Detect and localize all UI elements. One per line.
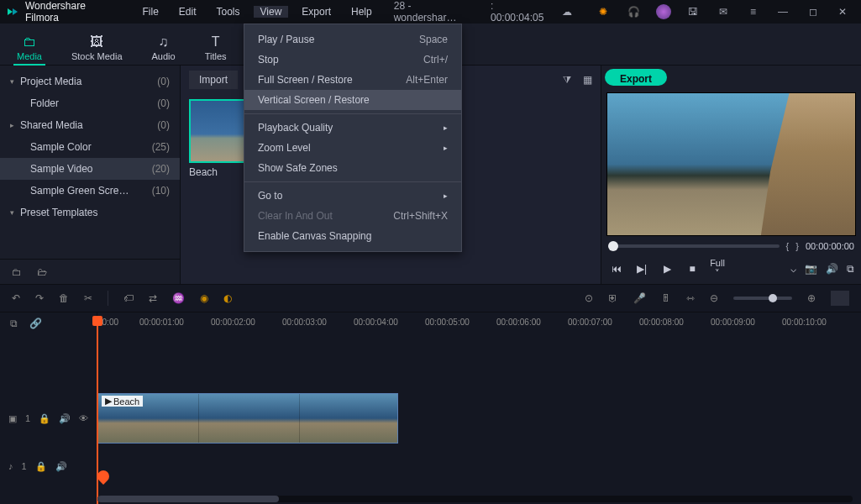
timeline-ruler[interactable]: 00:00 00:00:01:00 00:00:02:00 00:00:03:0…	[97, 318, 861, 341]
copy-icon[interactable]: ⧉	[10, 318, 18, 329]
mixer-icon[interactable]: 🎚	[661, 292, 671, 304]
sidebar-bottom-bar: 🗀 🗁	[0, 259, 180, 284]
zoom-out-icon[interactable]: ⊖	[710, 292, 718, 304]
play-icon[interactable]: ▶	[659, 263, 675, 275]
preview-panel: Export { } 00:00:00:00 ⏮ ▶| ▶ ■ Full ˅ ⌵…	[601, 66, 861, 284]
video-track[interactable]: ▶Beach	[97, 393, 861, 444]
tab-audio[interactable]: ♫ Audio	[152, 31, 176, 65]
sidebar-item-preset-templates[interactable]: ▾Preset Templates	[0, 202, 180, 223]
video-track-head: ▣1 🔒 🔊 👁	[0, 393, 97, 444]
marker-icon-tb[interactable]: ⊙	[585, 292, 593, 304]
popout-icon[interactable]: ⧉	[847, 263, 854, 275]
tab-stock-media[interactable]: 🖼 Stock Media	[71, 31, 123, 65]
track-lock-icon[interactable]: 🔒	[39, 413, 50, 424]
sidebar-item-sample-color[interactable]: Sample Color(25)	[0, 136, 180, 158]
close-icon[interactable]: ✕	[831, 2, 854, 22]
display-settings-icon[interactable]: ⌵	[790, 263, 796, 275]
track-settings-icon[interactable]	[831, 291, 849, 306]
sidebar-item-sample-video[interactable]: Sample Video(20)	[0, 158, 180, 180]
track-lock-icon[interactable]: 🔒	[35, 461, 47, 472]
menu-goto[interactable]: Go to▸	[244, 186, 461, 206]
account-icon[interactable]	[652, 2, 675, 22]
menu-stop[interactable]: StopCtrl+/	[244, 50, 461, 70]
minimize-icon[interactable]: —	[771, 2, 795, 22]
cloud-icon[interactable]: ☁	[555, 2, 579, 22]
audio-track[interactable]	[97, 455, 861, 477]
track-mute-icon[interactable]: 🔊	[59, 413, 71, 424]
tab-titles[interactable]: T Titles	[205, 31, 227, 65]
export-button[interactable]: Export	[605, 69, 667, 86]
undo-icon[interactable]: ↶	[12, 292, 20, 304]
volume-icon[interactable]: 🔊	[826, 263, 838, 275]
track-mute-icon[interactable]: 🔊	[55, 461, 67, 472]
mark-out-icon[interactable]: }	[795, 241, 799, 251]
quality-dropdown[interactable]: Full ˅	[709, 258, 726, 279]
timeline: ⧉ 🔗 00:00 00:00:01:00 00:00:02:00 00:00:…	[0, 312, 861, 504]
timeline-toolbar: ↶ ↷ 🗑 ✂ 🏷 ⇄ ♒ ◉ ◐ ⊙ ⛨ 🎤 🎚 ⇿ ⊖ ⊕	[0, 284, 861, 312]
color-icon[interactable]: ◐	[223, 292, 232, 304]
stop-icon[interactable]: ■	[684, 263, 701, 275]
menu-canvas-snapping[interactable]: Enable Canvas Snapping	[244, 226, 461, 246]
tab-stock-label: Stock Media	[71, 51, 123, 61]
fit-icon[interactable]: ⇿	[686, 292, 695, 304]
mic-icon[interactable]: 🎤	[633, 292, 646, 304]
step-back-icon[interactable]: ⏮	[608, 263, 625, 275]
sidebar-item-project-media[interactable]: ▾Project Media(0)	[0, 71, 180, 92]
audio-track-head: ♪1 🔒 🔊	[0, 455, 97, 477]
audio-track-icon: ♪	[8, 461, 13, 471]
link-icon[interactable]: 🔗	[29, 318, 42, 329]
settings-menu-icon[interactable]: ≡	[742, 2, 765, 22]
menu-safe-zones[interactable]: Show Safe Zones	[244, 158, 461, 178]
audio-adjust-icon[interactable]: ♒	[172, 292, 185, 304]
filter-icon[interactable]: ⧩	[563, 74, 571, 86]
timeline-hscroll[interactable]	[97, 496, 853, 502]
zoom-in-icon[interactable]: ⊕	[807, 292, 816, 304]
sidebar-item-shared-media[interactable]: ▸Shared Media(0)	[0, 114, 180, 136]
menu-playback-quality[interactable]: Playback Quality▸	[244, 118, 461, 138]
sidebar-item-sample-green[interactable]: Sample Green Scre…(10)	[0, 180, 180, 202]
mark-in-icon[interactable]: {	[786, 241, 790, 251]
tag-icon[interactable]: 🏷	[123, 292, 134, 304]
tips-icon[interactable]: ✺	[592, 2, 616, 22]
menu-zoom-level[interactable]: Zoom Level▸	[244, 138, 461, 158]
menu-help[interactable]: Help	[344, 6, 379, 18]
track-visible-icon[interactable]: 👁	[79, 413, 88, 423]
tab-media[interactable]: 🗀 Media	[17, 31, 42, 65]
clip-beach[interactable]: ▶Beach	[97, 393, 398, 444]
tab-audio-label: Audio	[152, 51, 176, 61]
menu-play-pause[interactable]: Play / PauseSpace	[244, 29, 461, 50]
delete-icon[interactable]: 🗑	[59, 292, 69, 304]
menu-fullscreen[interactable]: Full Screen / RestoreAlt+Enter	[244, 70, 461, 90]
menu-tools[interactable]: Tools	[210, 6, 247, 18]
video-track-number: 1	[25, 413, 30, 423]
save-icon[interactable]: 🖫	[681, 2, 705, 22]
sidebar-item-folder[interactable]: Folder(0)	[0, 92, 180, 114]
ruler-tick: 00:00:04:00	[354, 318, 398, 327]
redo-icon[interactable]: ↷	[35, 292, 44, 304]
snapshot-icon[interactable]: 📷	[805, 263, 817, 275]
menu-edit[interactable]: Edit	[172, 6, 203, 18]
cut-icon[interactable]: ✂	[84, 292, 92, 304]
sidebar-item-label: Folder	[30, 97, 59, 109]
adjust-icon[interactable]: ⇄	[149, 292, 157, 304]
title-bar: Wondershare Filmora File Edit Tools View…	[0, 0, 861, 24]
shield-icon[interactable]: ⛨	[608, 292, 618, 304]
grid-view-icon[interactable]: ▦	[583, 74, 592, 86]
speed-icon[interactable]: ◉	[200, 292, 208, 304]
preview-monitor[interactable]	[606, 92, 856, 236]
menu-file[interactable]: File	[135, 6, 165, 18]
new-folder-icon[interactable]: 🗀	[12, 266, 22, 278]
import-button[interactable]: Import	[189, 71, 238, 89]
mail-icon[interactable]: ✉	[711, 2, 735, 22]
play-in-to-out-icon[interactable]: ▶|	[633, 263, 650, 275]
new-subfolder-icon[interactable]: 🗁	[37, 266, 47, 278]
maximize-icon[interactable]: ◻	[801, 2, 825, 22]
support-icon[interactable]: 🎧	[622, 2, 645, 22]
sidebar-item-label: Sample Color	[30, 141, 92, 153]
zoom-slider[interactable]	[733, 297, 792, 300]
preview-seekbar[interactable]	[608, 244, 780, 248]
menu-view[interactable]: View	[254, 6, 289, 18]
menu-export[interactable]: Export	[295, 6, 338, 18]
menu-vertical-screen[interactable]: Vertical Screen / Restore	[244, 90, 461, 110]
ruler-tick: 00:00:01:00	[139, 318, 184, 327]
